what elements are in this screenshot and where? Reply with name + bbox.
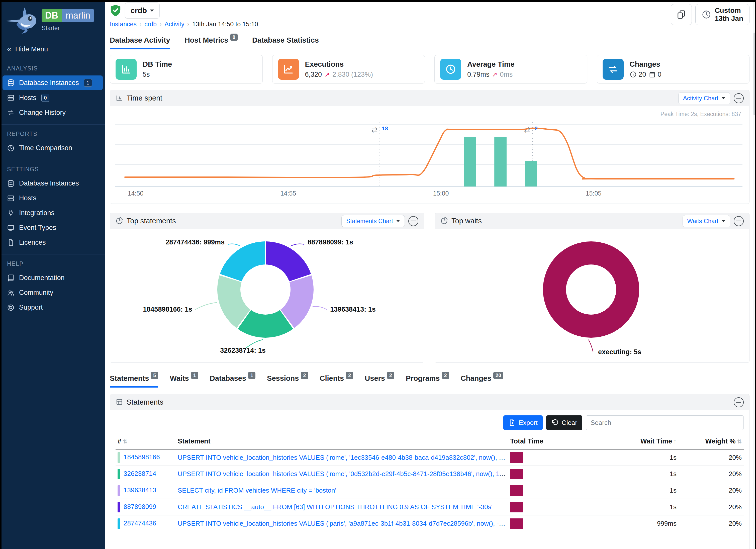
- statement-text-link[interactable]: UPSERT INTO vehicle_location_histories V…: [178, 454, 508, 461]
- tab-label: Users: [365, 374, 385, 383]
- hide-menu-button[interactable]: « Hide Menu: [0, 39, 105, 59]
- collapse-panel-button[interactable]: [734, 93, 744, 103]
- col-header-wait-time[interactable]: Wait Time↑: [598, 434, 679, 449]
- statement-id-link[interactable]: 287474436: [124, 519, 156, 527]
- collapse-panel-button[interactable]: [734, 397, 744, 407]
- sidebar-item-documentation[interactable]: Documentation: [3, 271, 103, 285]
- sidebar-item-integrations[interactable]: Integrations: [3, 206, 103, 220]
- sidebar-item-label: Documentation: [19, 274, 65, 282]
- statement-text-link[interactable]: UPSERT INTO vehicle_location_histories V…: [178, 470, 508, 478]
- sidebar-section-label: SETTINGS: [0, 166, 105, 173]
- tab-sessions[interactable]: Sessions 2: [267, 374, 308, 388]
- export-button[interactable]: Export: [503, 415, 543, 430]
- top-statements-chart-body: 887898099: 1s139638413: 1s326238714: 1s1…: [110, 229, 424, 362]
- hide-menu-label: Hide Menu: [15, 45, 48, 53]
- top-waits-donut-chart[interactable]: executing: 5s: [435, 229, 747, 362]
- col-header-weight[interactable]: Weight %⇅: [679, 434, 744, 449]
- time-range-button[interactable]: Custom 13th Jan: [695, 4, 749, 25]
- panel-title: Top waits: [451, 217, 482, 225]
- sidebar-item-time-comparison[interactable]: Time Comparison: [3, 141, 103, 155]
- sidebar-item-hosts[interactable]: Hosts: [3, 191, 103, 205]
- statement-id-link[interactable]: 139638413: [124, 486, 156, 494]
- tab-host-metrics[interactable]: Host Metrics 0: [185, 36, 238, 49]
- sort-icon: ⇅: [123, 438, 127, 445]
- sidebar-item-hosts[interactable]: Hosts 0: [3, 90, 103, 105]
- statements-chart-dropdown[interactable]: Statements Chart: [341, 215, 405, 227]
- sidebar-item-change-history[interactable]: Change History: [3, 106, 103, 120]
- sidebar-item-support[interactable]: Support: [3, 300, 103, 315]
- statements-table: #⇅ Statement Total Time Wait Time↑ Weigh…: [116, 434, 744, 532]
- copy-link-button[interactable]: [671, 4, 692, 25]
- clock-icon: [7, 144, 15, 152]
- breadcrumb-activity-link[interactable]: Activity: [164, 21, 184, 28]
- tab-statements[interactable]: Statements 5: [110, 374, 158, 388]
- kpi-value: 6,320: [305, 71, 322, 78]
- statement-text-link[interactable]: UPSERT INTO vehicle_location_histories V…: [178, 520, 508, 527]
- collapse-panel-button[interactable]: [408, 216, 418, 226]
- search-input[interactable]: [586, 415, 744, 430]
- total-time-bar: [510, 502, 523, 512]
- sidebar-item-database-instances[interactable]: Database Instances: [3, 176, 103, 191]
- sidebar-section: SETTINGS Database Instances Hosts Integr…: [0, 160, 105, 254]
- table-header-row: #⇅ Statement Total Time Wait Time↑ Weigh…: [116, 434, 744, 449]
- panel-title: Top statements: [127, 217, 176, 225]
- tab-databases[interactable]: Databases 1: [210, 374, 255, 388]
- kpi-delta: 0ms: [500, 71, 513, 78]
- instance-selector-button[interactable]: crdb: [125, 3, 160, 19]
- statement-id-link[interactable]: 326238714: [124, 470, 156, 477]
- tab-label: Host Metrics: [185, 36, 228, 44]
- sidebar-item-licences[interactable]: Licences: [3, 235, 103, 250]
- sidebar-section-label: ANALYSIS: [0, 65, 105, 72]
- activity-chart-dropdown[interactable]: Activity Chart: [678, 92, 730, 104]
- breadcrumb-instances-link[interactable]: Instances: [110, 21, 137, 28]
- tab-clients[interactable]: Clients 2: [320, 374, 353, 388]
- col-header-statement[interactable]: Statement: [176, 434, 508, 449]
- waits-chart-dropdown[interactable]: Waits Chart: [683, 215, 730, 227]
- weight-value: 20%: [679, 499, 744, 515]
- main-tabs: Database Activity Host Metrics 0 Databas…: [105, 32, 756, 49]
- chevron-down-icon: [721, 220, 725, 222]
- pie-chart-icon: [116, 217, 123, 225]
- statement-id-link[interactable]: 887898099: [124, 503, 156, 510]
- sidebar-item-event-types[interactable]: Event Types: [3, 221, 103, 235]
- svg-text:15:05: 15:05: [586, 190, 602, 197]
- support-icon: [7, 304, 15, 311]
- calendar-changes-count: 0: [649, 71, 661, 78]
- statements-toolbar: Export Clear: [110, 410, 749, 433]
- col-header-total-time[interactable]: Total Time: [508, 434, 598, 449]
- sidebar-item-community[interactable]: Community: [3, 286, 103, 300]
- export-file-icon: [508, 419, 516, 426]
- tab-database-statistics[interactable]: Database Statistics: [252, 36, 319, 49]
- kpi-executions: Executions 6,320 ↗ 2,830 (123%): [272, 55, 425, 83]
- collapse-chevrons-icon: «: [7, 45, 11, 53]
- collapse-panel-button[interactable]: [734, 216, 744, 226]
- wait-time-value: 1s: [598, 449, 679, 466]
- statement-text-link[interactable]: SELECT city, id FROM vehicles WHERE city…: [178, 487, 336, 494]
- top-statements-donut-chart[interactable]: 887898099: 1s139638413: 1s326238714: 1s1…: [110, 229, 424, 362]
- col-header-id[interactable]: #⇅: [116, 434, 176, 449]
- breadcrumb-instance-link[interactable]: crdb: [144, 21, 157, 28]
- sidebar-item-label: Change History: [19, 109, 66, 117]
- statement-id-link[interactable]: 1845898166: [124, 453, 160, 461]
- tab-changes[interactable]: Changes 20: [461, 374, 504, 388]
- tab-count-badge: 2: [346, 372, 353, 379]
- sidebar-item-label: Time Comparison: [19, 144, 72, 152]
- kpi-row: DB Time 5s Executions 6,320 ↗ 2,830 (123…: [110, 55, 749, 83]
- svg-text:⇄: ⇄: [524, 126, 530, 134]
- sidebar-item-database-instances[interactable]: Database Instances 1: [3, 75, 103, 90]
- weight-value: 20%: [679, 466, 744, 482]
- wait-time-value: 999ms: [598, 515, 679, 532]
- tab-label: Clients: [320, 374, 344, 383]
- tab-database-activity[interactable]: Database Activity: [110, 36, 170, 49]
- clear-button[interactable]: Clear: [546, 415, 582, 430]
- tab-waits[interactable]: Waits 1: [170, 374, 198, 388]
- tab-users[interactable]: Users 2: [365, 374, 394, 388]
- tab-programs[interactable]: Programs 2: [406, 374, 449, 388]
- top-waits-panel: Top waits Waits Chart executing: 5s: [435, 213, 749, 363]
- tab-label: Database Statistics: [252, 36, 319, 44]
- statement-text-link[interactable]: CREATE STATISTICS __auto__ FROM [63] WIT…: [178, 503, 493, 511]
- tab-count-badge: 1: [191, 372, 198, 379]
- total-time-bar: [510, 518, 523, 529]
- bar-chart-icon: [116, 59, 137, 80]
- activity-chart[interactable]: ⇄18⇄214:5014:5515:0015:05: [110, 106, 747, 204]
